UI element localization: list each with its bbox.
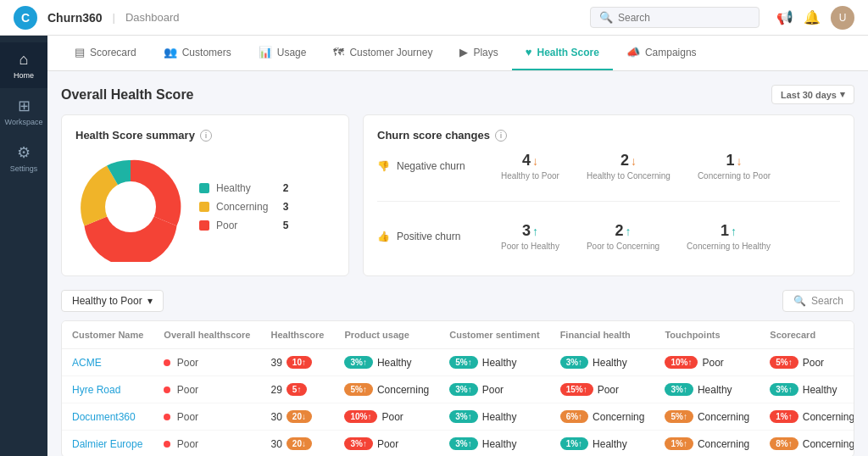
tab-scorecard[interactable]: ▤ Scorecard [61,36,150,70]
customer-link-1[interactable]: Hyre Road [72,384,120,396]
sidebar-item-home-label: Home [14,71,34,80]
chevron-down-icon: ▾ [840,89,845,100]
cell-sentiment-2: 3%↑ Healthy [439,403,549,431]
scorecard-badge-0: 5%↑ [770,356,798,369]
product-usage-text-1: Concerning [377,384,429,396]
filter-dropdown-label: Healthy to Poor [72,295,142,307]
user-avatar[interactable]: U [831,6,854,30]
cell-scorecard-2: 1%↑ Concerning [760,403,854,431]
legend-concerning-dot [199,202,209,212]
journey-tab-icon: 🗺 [333,46,344,58]
tab-customer-journey-label: Customer Journey [349,47,432,58]
product-usage-badge-2: 10%↑ [344,410,377,423]
tab-customers[interactable]: 👥 Customers [150,36,245,70]
arrow-down-icon-0: ↓ [532,154,538,168]
cell-scorecard-0: 5%↑ Poor [760,349,854,376]
cell-healthscore-0: 39 10↑ [260,349,334,376]
churn-metric-val-2: 1↓ [698,152,771,170]
section-title-text: Overall Health Score [61,87,194,103]
scorecard-text-3: Concerning [803,438,854,450]
table-row: Dalmier Europe Poor 30 20↓ 3%↑ Poor 3%↑ … [62,431,854,457]
cell-product-usage-1: 5%↑ Concerning [334,376,439,403]
legend: Healthy 2 Concerning 3 Poor [199,182,288,231]
product-usage-badge-0: 3%↑ [344,356,372,369]
status-text-3: Poor [177,438,198,450]
customer-link-0[interactable]: ACME [72,357,102,369]
churn-metric-val-3: 3↑ [501,222,559,240]
cell-customer-name-0[interactable]: ACME [62,349,153,376]
scorecard-text-2: Concerning [803,411,854,423]
health-summary-card: Health Score summary i [61,114,349,276]
tab-campaigns[interactable]: 📣 Campaigns [613,36,710,70]
cell-touchpoints-2: 5%↑ Concerning [654,403,760,431]
financial-text-2: Concerning [593,411,644,423]
topbar: C Churn360 | Dashboard 🔍 📢 🔔 U [0,0,868,36]
churn-metric-poor-concerning: 2↑ Poor to Concerning [587,222,659,251]
tab-health-score[interactable]: ♥ Health Score [512,36,613,70]
search-icon: 🔍 [599,11,613,24]
product-usage-text-0: Healthy [377,357,412,369]
bell-icon[interactable]: 🔔 [804,9,821,25]
sidebar-item-workspace-label: Workspace [5,118,43,126]
arrow-up-icon-1: ↑ [626,225,632,238]
table: Customer Name Overall healthscore Health… [62,321,854,456]
sidebar-item-home[interactable]: ⌂ Home [0,42,47,88]
sidebar: ⌂ Home ⊞ Workspace ⚙ Settings [0,36,47,456]
health-summary-title: Health Score summary i [75,129,335,142]
touchpoints-text-1: Healthy [698,384,732,396]
cell-customer-name-3[interactable]: Dalmier Europe [62,431,153,457]
scorecard-text-1: Healthy [803,384,837,396]
search-input[interactable] [618,12,750,24]
date-filter[interactable]: Last 30 days ▾ [771,85,854,104]
tab-usage[interactable]: 📊 Usage [245,36,320,70]
sidebar-item-settings-label: Settings [10,164,38,173]
health-summary-info-icon[interactable]: i [200,130,212,142]
churn-score-info-icon[interactable]: i [495,130,507,142]
cell-financial-1: 15%↑ Poor [550,376,655,403]
legend-healthy-val: 2 [275,182,288,194]
healthscore-badge-2: 20↓ [287,410,312,423]
sentiment-text-1: Poor [482,384,504,396]
product-usage-text-2: Poor [381,411,403,423]
col-healthscore: Healthscore [260,321,334,349]
touchpoints-text-0: Poor [702,357,723,369]
healthscore-num-1: 29 [270,384,281,396]
product-usage-text-3: Poor [377,438,398,450]
sidebar-item-settings[interactable]: ⚙ Settings [0,135,47,181]
cell-customer-name-2[interactable]: Document360 [62,403,153,431]
sidebar-item-workspace[interactable]: ⊞ Workspace [0,88,47,135]
table-row: Hyre Road Poor 29 5↑ 5%↑ Concerning 3%↑ … [62,376,854,403]
filter-search[interactable]: 🔍 Search [782,290,854,312]
megaphone-icon[interactable]: 📢 [776,9,793,25]
cell-financial-3: 1%↑ Healthy [550,431,655,457]
product-usage-badge-1: 5%↑ [344,383,372,396]
cell-sentiment-0: 5%↑ Healthy [439,349,549,376]
churn-metric-desc-0: Healthy to Poor [501,171,559,181]
cell-customer-name-1[interactable]: Hyre Road [62,376,153,403]
healthscore-num-0: 39 [270,357,281,369]
touchpoints-badge-1: 3%↑ [665,383,693,396]
status-dot-3 [164,441,170,448]
healthscore-badge-3: 20↓ [287,437,312,450]
customer-link-3[interactable]: Dalmier Europe [72,438,142,450]
touchpoints-badge-2: 5%↑ [665,410,693,423]
customer-link-2[interactable]: Document360 [72,411,136,423]
scorecard-badge-3: 8%↑ [770,437,798,450]
campaigns-tab-icon: 📣 [626,46,640,58]
thumbs-up-icon: 👍 [377,231,390,242]
col-customer-sentiment: Customer sentiment [439,321,549,349]
topbar-search-box[interactable]: 🔍 [590,7,760,28]
workspace-icon: ⊞ [18,97,31,115]
filter-dropdown[interactable]: Healthy to Poor ▾ [61,290,164,312]
health-tab-icon: ♥ [526,46,532,58]
cell-scorecard-3: 8%↑ Concerning [760,431,854,457]
churn-metric-desc-4: Poor to Concerning [587,242,659,251]
status-text-2: Poor [177,411,198,423]
tab-customer-journey[interactable]: 🗺 Customer Journey [320,36,446,70]
sentiment-badge-3: 3%↑ [449,437,477,450]
legend-concerning-val: 3 [275,201,288,213]
col-overall-healthscore: Overall healthscore [153,321,260,349]
churn-metric-healthy-concerning: 2↓ Healthy to Concerning [587,152,670,181]
healthscore-num-3: 30 [270,438,281,450]
tab-plays[interactable]: ▶ Plays [446,36,511,70]
